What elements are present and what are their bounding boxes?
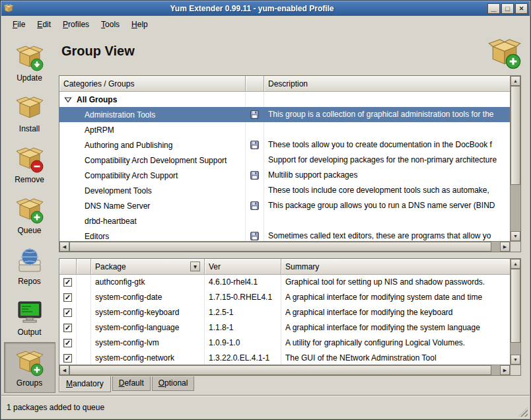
expander-open-icon[interactable] <box>64 96 72 104</box>
installed-group-icon <box>250 171 259 180</box>
menu-item[interactable]: Edit <box>31 17 57 32</box>
column-header-spacer[interactable] <box>77 259 91 275</box>
group-description: This package group allows you to run a D… <box>264 198 510 213</box>
scrollbar-trough[interactable] <box>511 269 520 355</box>
group-row[interactable]: DNS Name Server This package group allow… <box>59 198 510 213</box>
group-row[interactable]: Compatibility Arch Development Support S… <box>59 153 510 168</box>
scroll-right-icon[interactable] <box>500 242 510 252</box>
menu-item[interactable]: Profiles <box>57 17 95 32</box>
package-checkbox[interactable] <box>63 339 72 347</box>
package-row[interactable]: system-config-date 1.7.15-0.RHEL4.1 A gr… <box>59 290 510 305</box>
packages-table-header: Package Ver Summary <box>59 259 510 275</box>
package-checkbox[interactable] <box>63 293 72 302</box>
status-text: 1 packages added to queue <box>7 403 104 412</box>
package-name: authconfig-gtk <box>91 275 205 290</box>
package-version: 4.6.10-rhel4.1 <box>205 275 281 290</box>
sidebar-item[interactable]: Update <box>4 37 55 88</box>
scroll-right-icon[interactable] <box>500 365 510 375</box>
resize-grip-icon[interactable] <box>518 407 528 417</box>
group-row[interactable]: Editors Sometimes called text editors, t… <box>59 228 510 241</box>
column-header-description[interactable]: Description <box>264 76 510 92</box>
column-header-icon[interactable] <box>246 76 264 92</box>
package-checkbox[interactable] <box>63 308 72 317</box>
maximize-button[interactable] <box>501 3 514 14</box>
packages-horizontal-scrollbar[interactable] <box>59 365 510 375</box>
tab[interactable]: Default <box>112 376 151 391</box>
scroll-down-icon[interactable] <box>511 231 520 241</box>
column-header-ver[interactable]: Ver <box>205 259 281 275</box>
package-row[interactable]: system-config-network 1.3.22.0.EL.4.1-1 … <box>59 351 510 365</box>
package-checkbox[interactable] <box>63 354 72 363</box>
sidebar-icon <box>15 145 44 174</box>
package-row[interactable]: system-config-lvm 1.0.9-1.0 A utility fo… <box>59 335 510 351</box>
package-summary: A graphical interface for modifying the … <box>281 320 510 335</box>
packages-vertical-scrollbar[interactable] <box>510 259 520 365</box>
group-row-all-groups[interactable]: All Groups <box>59 92 510 107</box>
scrollbar-trough[interactable] <box>69 242 500 252</box>
sidebar-item[interactable]: Repos <box>4 240 55 291</box>
window-icon <box>3 3 14 14</box>
package-row[interactable]: authconfig-gtk 4.6.10-rhel4.1 Graphical … <box>59 275 510 290</box>
scroll-up-icon[interactable] <box>511 76 520 86</box>
package-version: 1.3.22.0.EL.4.1-1 <box>205 351 281 365</box>
sidebar-item-label: Install <box>19 124 40 133</box>
group-rows: Administration Tools This group is a col… <box>59 107 510 241</box>
sidebar-item[interactable]: Queue <box>4 190 55 240</box>
scrollbar-corner <box>510 241 520 252</box>
scrollbar-thumb[interactable] <box>69 242 491 252</box>
minimize-button[interactable] <box>487 3 500 14</box>
package-checkbox[interactable] <box>63 324 72 332</box>
titlebar[interactable]: Yum Extender 0.99.11 - yum-enabled Profi… <box>1 1 530 16</box>
group-description: These tools allow you to create document… <box>264 137 510 153</box>
statusbar: 1 packages added to queue <box>1 395 530 419</box>
group-name: Editors <box>85 229 109 242</box>
sidebar-item[interactable]: Remove <box>4 139 55 190</box>
scroll-down-icon[interactable] <box>511 355 520 365</box>
menu-item[interactable]: File <box>7 17 31 32</box>
package-name: system-config-keyboard <box>91 305 205 320</box>
tab[interactable]: Optional <box>152 376 195 391</box>
groups-horizontal-scrollbar[interactable] <box>59 241 510 252</box>
package-checkbox[interactable] <box>63 278 72 287</box>
group-row[interactable]: drbd-heartbeat <box>59 213 510 228</box>
scroll-left-icon[interactable] <box>59 242 69 252</box>
sidebar-item[interactable]: Install <box>4 88 55 139</box>
sidebar-item[interactable]: Groups <box>4 342 55 393</box>
package-row[interactable]: system-config-keyboard 1.2.5-1 A graphic… <box>59 305 510 320</box>
group-row[interactable]: Compatibility Arch Support Multilib supp… <box>59 168 510 183</box>
scrollbar-thumb[interactable] <box>511 86 520 185</box>
close-button[interactable] <box>515 3 528 14</box>
package-summary: A graphical interface for modifying the … <box>281 305 510 320</box>
column-header-summary[interactable]: Summary <box>281 259 510 275</box>
menu-item[interactable]: Tools <box>95 17 125 32</box>
column-header-categories[interactable]: Categories / Groups <box>59 76 246 92</box>
group-row[interactable]: Authoring and Publishing These tools all… <box>59 137 510 153</box>
group-description: Multilib support packages <box>264 168 510 183</box>
column-header-checkbox[interactable] <box>59 259 77 275</box>
column-header-package[interactable]: Package <box>91 259 205 275</box>
group-name: AptRPM <box>85 123 114 137</box>
menu-item[interactable]: Help <box>125 17 154 32</box>
groups-table: Categories / Groups Description All Grou… <box>59 75 521 252</box>
sidebar-icon <box>15 297 44 326</box>
scrollbar-trough[interactable] <box>511 86 520 231</box>
group-row[interactable]: AptRPM <box>59 122 510 137</box>
group-row[interactable]: Development Tools These tools include co… <box>59 183 510 198</box>
tab[interactable]: Mandatory <box>59 376 111 392</box>
package-version: 1.1.8-1 <box>205 320 281 335</box>
scrollbar-trough[interactable] <box>69 365 500 375</box>
package-row[interactable]: system-config-language 1.1.8-1 A graphic… <box>59 320 510 335</box>
scroll-up-icon[interactable] <box>511 259 520 269</box>
scrollbar-thumb[interactable] <box>69 365 491 375</box>
group-row[interactable]: Administration Tools This group is a col… <box>59 107 510 122</box>
main-panel: Group View Categories / Groups Descripti… <box>57 33 530 395</box>
groups-table-body: All Groups Administration Tools This gro… <box>59 92 510 241</box>
sort-indicator-icon[interactable] <box>190 262 200 271</box>
groups-vertical-scrollbar[interactable] <box>510 76 520 241</box>
scrollbar-thumb[interactable] <box>511 269 520 343</box>
scroll-left-icon[interactable] <box>59 365 69 375</box>
sidebar-item[interactable]: Output <box>4 291 55 342</box>
package-summary: A graphical interface for modifying syst… <box>281 290 510 305</box>
sidebar-icon <box>15 43 44 72</box>
package-summary: Graphical tool for setting up NIS and sh… <box>281 275 510 290</box>
